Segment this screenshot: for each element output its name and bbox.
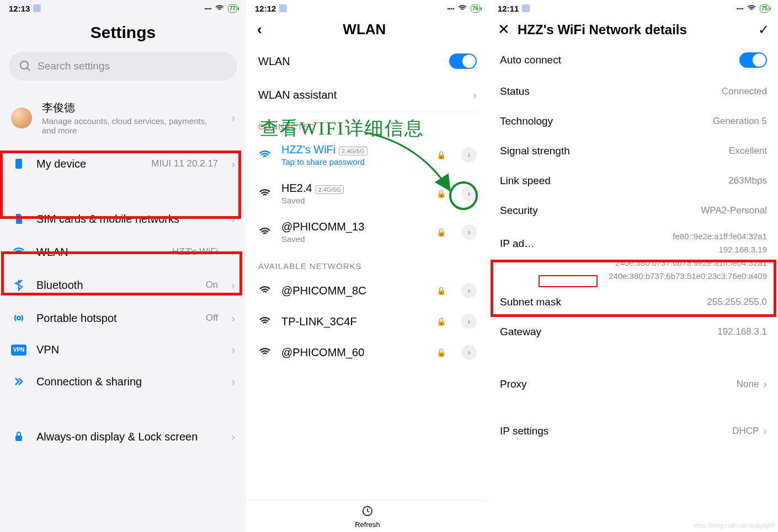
svg-point-2 [17, 316, 20, 320]
watermark: https://blog.csdn.net/wq6ylg08 [693, 522, 775, 529]
net-saved-1[interactable]: @PHICOMM_13 Saved 🔒 › [246, 213, 489, 251]
section-available: AVAILABLE NETWORKS [246, 251, 489, 275]
signal-dots-icon [447, 4, 454, 13]
page-title: HZZ's WiFi Network details [518, 22, 758, 37]
battery-icon: 77 [228, 4, 237, 13]
svg-rect-1 [15, 159, 22, 169]
row-link-speed: Link speed263Mbps [489, 166, 778, 196]
details-button[interactable]: › [461, 314, 477, 329]
page-title: Settings [0, 15, 246, 52]
status-time: 12:11 [498, 4, 519, 13]
wifi-icon [258, 346, 271, 359]
svg-point-0 [20, 61, 28, 69]
share-icon [12, 375, 25, 388]
lock-icon: 🔒 [436, 151, 446, 159]
auto-connect-toggle[interactable] [739, 52, 767, 68]
row-wlan[interactable]: WLAN HZZ's WiFi › [0, 235, 246, 268]
row-connection-sharing[interactable]: Connection & sharing › [0, 365, 246, 398]
chevron-right-icon: › [231, 213, 235, 225]
chevron-right-icon: › [231, 343, 235, 356]
lock-icon: 🔒 [436, 286, 446, 295]
wifi-icon [258, 284, 271, 297]
battery-icon: 76 [471, 4, 480, 13]
wifi-icon [258, 187, 271, 200]
net-avail-2[interactable]: @PHICOMM_60 🔒 › [246, 337, 489, 368]
lock-icon: 🔒 [436, 189, 446, 198]
row-ip-settings[interactable]: IP settingsDHCP› [489, 416, 778, 446]
chevron-right-icon: › [231, 375, 235, 388]
signal-dots-icon [204, 4, 211, 13]
close-button[interactable]: ✕ [498, 21, 510, 38]
search-input[interactable]: Search settings [9, 52, 237, 80]
wifi-icon [747, 3, 756, 13]
hotspot-icon [12, 311, 25, 325]
wifi-icon [12, 245, 25, 259]
row-bluetooth[interactable]: Bluetooth On › [0, 268, 246, 302]
row-technology: TechnologyGeneration 5 [489, 106, 778, 136]
wifi-icon [258, 315, 271, 328]
row-security: SecurityWPA2-Personal [489, 196, 778, 225]
row-hotspot[interactable]: Portable hotspot Off › [0, 302, 246, 335]
details-button[interactable]: › [461, 186, 477, 201]
wifi-icon [258, 225, 271, 239]
account-row[interactable]: 李俊德 Manage accounts, cloud services, pay… [0, 92, 246, 144]
row-signal: Signal strengthExcellent [489, 136, 778, 166]
app-icon [279, 4, 287, 12]
row-vpn[interactable]: VPN VPN › [0, 335, 246, 365]
confirm-button[interactable]: ✓ [758, 22, 769, 37]
wlan-toggle-row[interactable]: WLAN [246, 44, 489, 79]
row-sim[interactable]: SIM cards & mobile networks › [0, 202, 246, 235]
row-my-device[interactable]: My device MIUI 11 20.2.17 › [0, 147, 246, 180]
account-sub: Manage accounts, cloud services, payment… [42, 116, 221, 135]
row-subnet: Subnet mask255.255.255.0 [489, 287, 778, 317]
wifi-icon [215, 3, 225, 13]
row-status: StatusConnected [489, 77, 778, 106]
details-button[interactable]: › [461, 283, 477, 298]
account-name: 李俊德 [42, 100, 221, 115]
details-button[interactable]: › [461, 224, 477, 240]
lock-icon: 🔒 [436, 348, 446, 357]
chevron-right-icon: › [231, 431, 235, 443]
chevron-right-icon: › [231, 312, 235, 325]
status-bar: 12:13 77 [0, 0, 246, 15]
refresh-button[interactable]: Refresh [246, 500, 489, 532]
details-button[interactable]: › [461, 147, 477, 163]
battery-icon: 75 [760, 4, 769, 13]
chevron-right-icon: › [763, 424, 767, 437]
net-saved-0[interactable]: HE2.42.4G/5G Saved 🔒 › [246, 174, 489, 213]
row-auto-connect[interactable]: Auto connect [489, 44, 778, 77]
svg-rect-3 [15, 436, 22, 441]
chevron-right-icon: › [231, 111, 235, 124]
wlan-assistant-row[interactable]: WLAN assistant › [246, 79, 489, 111]
lock-icon: 🔒 [436, 228, 446, 237]
details-button[interactable]: › [461, 345, 477, 360]
signal-dots-icon [736, 4, 743, 13]
section-connected: CONNECTED [246, 112, 489, 136]
chevron-right-icon: › [763, 378, 767, 390]
lock-icon: 🔒 [436, 317, 446, 326]
bluetooth-icon [12, 278, 25, 292]
net-avail-0[interactable]: @PHICOMM_8C 🔒 › [246, 275, 489, 306]
status-time: 12:13 [9, 4, 30, 13]
chevron-right-icon: › [231, 279, 235, 292]
app-icon [522, 4, 530, 12]
chevron-right-icon: › [231, 246, 235, 259]
net-avail-1[interactable]: TP-LINK_3C4F 🔒 › [246, 306, 489, 337]
chevron-right-icon: › [473, 89, 477, 101]
status-bar: 12:11 75 [489, 0, 778, 15]
status-bar: 12:12 76 [246, 0, 489, 15]
chevron-right-icon: › [231, 158, 235, 170]
avatar [11, 108, 32, 128]
device-icon [12, 157, 25, 170]
row-always-on-display[interactable]: Always-on display & Lock screen › [0, 420, 246, 453]
refresh-icon [361, 505, 374, 517]
net-connected[interactable]: HZZ's WiFi2.4G/5G Tap to share password … [246, 136, 489, 174]
wlan-toggle[interactable] [449, 53, 477, 69]
wifi-icon [457, 3, 467, 13]
sim-icon [12, 212, 25, 225]
page-title: WLAN [251, 21, 478, 38]
lock-icon [12, 430, 25, 443]
app-icon [33, 4, 41, 12]
row-ip-address: IP ad… fe80::9e2e:a1ff:fe04:32a1 192.168… [489, 225, 778, 287]
row-proxy[interactable]: ProxyNone› [489, 369, 778, 399]
